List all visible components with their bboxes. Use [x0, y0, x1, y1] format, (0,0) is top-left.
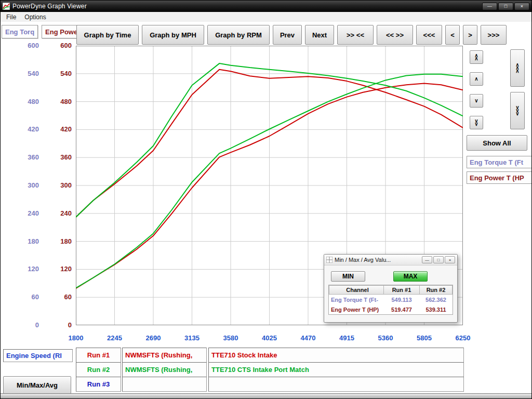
- run-row-2: Run #2NWMSFTS (Rushing,TTE710 CTS Intake…: [76, 362, 464, 377]
- minmax-window-controls: — □ ×: [422, 256, 455, 263]
- toolbar-button-x[interactable]: >>>: [481, 25, 507, 45]
- y-tick-torque-60: 60: [32, 293, 39, 301]
- y-tick-power-120: 120: [60, 265, 72, 273]
- cell-run2-value: 539.311: [419, 307, 453, 313]
- x-tick-3135: 3135: [184, 334, 200, 342]
- cell-run2-value: 562.362: [419, 297, 453, 303]
- minimize-button[interactable]: —: [482, 3, 497, 10]
- x-tick-3580: 3580: [223, 334, 238, 342]
- close-button[interactable]: ×: [514, 3, 529, 10]
- minmax-window: Min / Max / Avg Valu... — □ × MIN MAX Ch…: [324, 254, 458, 323]
- maximize-button[interactable]: □: [498, 3, 513, 10]
- menu-options[interactable]: Options: [20, 13, 50, 21]
- window-resize-edge[interactable]: [1, 393, 531, 398]
- y-tick-power-60: 60: [64, 293, 72, 301]
- scroll-up-button[interactable]: ∧: [470, 72, 483, 86]
- y-tick-power-240: 240: [60, 209, 72, 217]
- run-label-2: Run #2: [76, 362, 121, 377]
- x-tick-5360: 5360: [378, 334, 393, 342]
- y-tick-power-360: 360: [60, 153, 72, 161]
- run-name-field-3: [122, 377, 207, 392]
- x-tick-1800: 1800: [69, 334, 84, 342]
- client-area: Eng TorqEng Powe Graph by TimeGraph by M…: [1, 22, 531, 393]
- pan-down-button[interactable]: ∨∨∨: [510, 92, 525, 129]
- y-tick-torque-540: 540: [28, 70, 39, 77]
- y-tick-power-420: 420: [60, 125, 72, 133]
- y-axis-left-torque: 060120180240300360420480540600: [16, 22, 39, 344]
- run-name-field-1: NWMSFTS (Rushing,: [122, 348, 207, 363]
- cell-run1-value: 549.113: [384, 297, 419, 303]
- column-header-run1[interactable]: Run #1: [384, 285, 420, 295]
- cell-channel: Eng Power T (HP): [329, 307, 384, 313]
- x-axis-rpm: 1800224526903135358040254470491553605805…: [76, 334, 463, 342]
- menu-file[interactable]: File: [2, 13, 20, 21]
- scroll-page-up-button[interactable]: ∧∧: [470, 50, 483, 64]
- y-tick-torque-420: 420: [28, 125, 39, 133]
- max-toggle-button[interactable]: MAX: [393, 271, 428, 282]
- toolbar-button-graph-by-mph[interactable]: Graph by MPH: [142, 25, 204, 45]
- minmax-table-header: Channel Run #1 Run #2: [329, 285, 453, 295]
- run-label-1: Run #1: [76, 348, 121, 363]
- toolbar-button-next[interactable]: Next: [305, 25, 334, 45]
- toolbar-button-x[interactable]: >: [463, 25, 477, 45]
- toolbar-button-x[interactable]: <: [445, 25, 460, 45]
- y-axis-right-power: 060120180240300360420480540600: [49, 22, 72, 344]
- show-all-button[interactable]: Show All: [467, 135, 527, 151]
- menu-bar: FileOptions: [1, 12, 531, 22]
- y-tick-power-600: 600: [60, 42, 72, 49]
- toolbar-button-prev[interactable]: Prev: [273, 25, 302, 45]
- minmax-table-row: Eng Power T (HP)519.477539.311: [329, 304, 453, 314]
- chevron-icon: ∧: [474, 77, 478, 81]
- channel-item-eng-power-t-hp[interactable]: Eng Power T (HP: [467, 171, 532, 184]
- minmax-minimize-button[interactable]: —: [422, 256, 432, 263]
- column-header-channel[interactable]: Channel: [329, 285, 384, 295]
- chevron-icon: ∧: [515, 70, 519, 73]
- scroll-down-button[interactable]: ∨: [470, 94, 483, 108]
- toolbar-button-graph-by-rpm[interactable]: Graph by RPM: [207, 25, 270, 45]
- x-channel-label[interactable]: Engine Speed (RI: [3, 349, 73, 362]
- channel-item-eng-torque-t-ft[interactable]: Eng Torque T (Ft: [467, 156, 532, 168]
- run-label-3: Run #3: [76, 377, 121, 392]
- app-icon: [3, 3, 10, 10]
- minmax-table-rows: Eng Torque T (Ft-549.113562.362Eng Power…: [329, 295, 453, 314]
- toolbar: Graph by TimeGraph by MPHGraph by RPMPre…: [76, 25, 507, 45]
- chevron-icon: ∧: [474, 57, 478, 60]
- x-tick-2245: 2245: [107, 334, 122, 342]
- run-row-1: Run #1NWMSFTS (Rushing,TTE710 Stock Inta…: [76, 348, 464, 363]
- run-legend: Run #1NWMSFTS (Rushing,TTE710 Stock Inta…: [76, 348, 464, 392]
- min-max-avg-button[interactable]: Min/Max/Avg: [3, 376, 71, 394]
- minmax-window-icon: [326, 257, 332, 263]
- toolbar-button-graph-by-time[interactable]: Graph by Time: [76, 25, 139, 45]
- y-tick-power-180: 180: [60, 237, 72, 245]
- y-tick-torque-120: 120: [28, 265, 39, 273]
- min-toggle-button[interactable]: MIN: [331, 271, 365, 282]
- title-bar[interactable]: PowerDyne Graph Viewer — □ ×: [1, 1, 531, 12]
- run-row-3: Run #3: [76, 377, 464, 392]
- pan-up-button[interactable]: ∧∧∧: [510, 49, 525, 87]
- toolbar-button-x[interactable]: >> <<: [337, 25, 374, 45]
- x-tick-2690: 2690: [146, 334, 161, 342]
- app-window: PowerDyne Graph Viewer — □ × FileOptions…: [0, 0, 532, 399]
- y-tick-torque-180: 180: [28, 237, 39, 245]
- x-tick-4915: 4915: [339, 334, 354, 342]
- column-header-run2[interactable]: Run #2: [420, 285, 453, 295]
- run-desc-field-3: [208, 377, 464, 392]
- cell-run1-value: 519.477: [384, 307, 419, 313]
- chevron-icon: ∨: [474, 99, 478, 102]
- toolbar-button-x[interactable]: << >>: [377, 25, 413, 45]
- minmax-window-title-bar[interactable]: Min / Max / Avg Valu... — □ ×: [324, 255, 457, 265]
- minmax-table: Channel Run #1 Run #2 Eng Torque T (Ft-5…: [328, 285, 453, 315]
- minmax-maximize-button[interactable]: □: [433, 256, 444, 263]
- y-tick-power-300: 300: [60, 181, 72, 189]
- toolbar-button-x[interactable]: <<<: [416, 25, 442, 45]
- cell-channel: Eng Torque T (Ft-: [329, 297, 384, 303]
- x-tick-4470: 4470: [301, 334, 316, 342]
- y-tick-torque-0: 0: [35, 321, 39, 329]
- y-tick-power-540: 540: [60, 70, 72, 77]
- run-name-field-2: NWMSFTS (Rushing,: [122, 362, 207, 377]
- y-tick-torque-600: 600: [28, 42, 39, 49]
- scroll-page-down-button[interactable]: ∨∨: [470, 116, 483, 129]
- x-tick-5805: 5805: [417, 334, 432, 342]
- minmax-close-button[interactable]: ×: [445, 256, 455, 263]
- window-title: PowerDyne Graph Viewer: [12, 3, 87, 10]
